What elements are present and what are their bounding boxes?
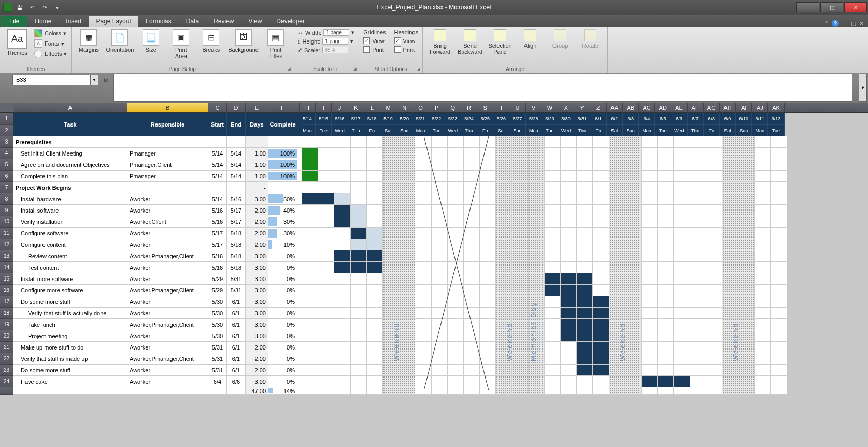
gantt-cell[interactable]	[415, 342, 431, 353]
gantt-cell[interactable]	[480, 262, 496, 273]
gantt-cell[interactable]	[383, 387, 399, 395]
gantt-cell[interactable]	[755, 193, 771, 205]
gantt-cell[interactable]	[658, 136, 674, 148]
gantt-cell[interactable]	[351, 330, 367, 342]
gantt-cell[interactable]	[755, 171, 771, 182]
gantt-cell[interactable]	[738, 239, 755, 250]
gantt-cell[interactable]	[545, 353, 561, 365]
row-header-12[interactable]: 12	[0, 239, 13, 250]
gantt-cell[interactable]	[415, 216, 431, 228]
gantt-cell[interactable]	[625, 308, 642, 319]
gantt-cell[interactable]	[415, 171, 431, 182]
gantt-cell[interactable]	[642, 376, 658, 387]
start-cell[interactable]: 5/16	[208, 250, 227, 262]
gantt-cell[interactable]	[302, 308, 318, 319]
gantt-cell[interactable]	[318, 239, 334, 250]
gantt-cell[interactable]	[512, 171, 528, 182]
doc-minimize-icon[interactable]: —	[842, 20, 848, 26]
start-cell[interactable]: 5/17	[208, 239, 227, 250]
row-header-25[interactable]	[0, 387, 13, 395]
gantt-cell[interactable]	[464, 273, 480, 285]
gantt-cell[interactable]	[706, 273, 722, 285]
gantt-cell[interactable]	[415, 330, 431, 342]
gantt-cell[interactable]	[415, 353, 431, 365]
gantt-cell[interactable]	[545, 216, 561, 228]
responsible-cell[interactable]: Aworker	[127, 239, 208, 250]
gantt-cell[interactable]	[593, 262, 609, 273]
gantt-cell[interactable]	[496, 376, 512, 387]
gantt-cell[interactable]	[577, 342, 593, 353]
gantt-cell[interactable]	[625, 148, 642, 159]
gantt-cell[interactable]	[432, 171, 448, 182]
gantt-cell[interactable]	[351, 205, 367, 216]
gantt-cell[interactable]	[415, 376, 431, 387]
gantt-cell[interactable]	[593, 342, 609, 353]
gantt-cell[interactable]	[334, 319, 350, 330]
days-cell[interactable]: 3.00	[246, 296, 268, 308]
gantt-cell[interactable]	[415, 228, 431, 239]
gantt-cell[interactable]	[351, 353, 367, 365]
gantt-cell[interactable]	[529, 365, 545, 376]
gantt-cell[interactable]	[625, 205, 642, 216]
gantt-cell[interactable]	[415, 148, 431, 159]
responsible-cell[interactable]: Aworker	[127, 228, 208, 239]
file-tab[interactable]: File	[1, 16, 27, 27]
gantt-cell[interactable]	[302, 387, 318, 395]
gantt-cell[interactable]	[415, 250, 431, 262]
gantt-cell[interactable]	[432, 387, 448, 395]
gantt-cell[interactable]	[334, 387, 350, 395]
gantt-cell[interactable]	[625, 273, 642, 285]
gantt-cell[interactable]	[512, 308, 528, 319]
gantt-cell[interactable]	[642, 319, 658, 330]
gantt-cell[interactable]	[577, 228, 593, 239]
gantt-cell[interactable]	[432, 319, 448, 330]
end-cell[interactable]: 6/1	[227, 319, 246, 330]
gantt-cell[interactable]	[399, 239, 415, 250]
responsible-cell[interactable]: Aworker,Client	[127, 216, 208, 228]
gantt-cell[interactable]	[738, 353, 755, 365]
gantt-cell[interactable]	[448, 136, 464, 148]
group-button[interactable]: Group	[547, 29, 573, 49]
gantt-cell[interactable]	[480, 308, 496, 319]
gantt-cell[interactable]	[561, 228, 577, 239]
gantt-cell[interactable]	[302, 193, 318, 205]
gantt-cell[interactable]	[367, 136, 383, 148]
gantt-cell[interactable]	[545, 285, 561, 296]
gantt-cell[interactable]	[625, 353, 642, 365]
end-cell[interactable]: 5/31	[227, 273, 246, 285]
gantt-cell[interactable]	[690, 353, 706, 365]
select-all-corner[interactable]	[0, 103, 13, 112]
orientation-button[interactable]: 📄Orientation	[106, 29, 134, 53]
gantt-cell[interactable]	[706, 308, 722, 319]
col-header-Y[interactable]: Y	[574, 103, 590, 112]
gantt-cell[interactable]	[674, 296, 690, 308]
days-cell[interactable]: 3.00	[246, 376, 268, 387]
complete-cell[interactable]: 30%	[268, 216, 297, 228]
gantt-cell[interactable]	[577, 296, 593, 308]
gantt-cell[interactable]	[448, 239, 464, 250]
complete-cell[interactable]: 0%	[268, 262, 297, 273]
gantt-cell[interactable]	[432, 159, 448, 171]
end-cell[interactable]	[227, 136, 246, 148]
gantt-cell[interactable]	[577, 319, 593, 330]
row-header-23[interactable]: 23	[0, 365, 13, 376]
row-header-20[interactable]: 20	[0, 330, 13, 342]
col-header-N[interactable]: N	[396, 103, 412, 112]
gantt-cell[interactable]	[399, 262, 415, 273]
gantt-cell[interactable]	[609, 365, 625, 376]
gantt-cell[interactable]	[577, 148, 593, 159]
gantt-cell[interactable]	[318, 365, 334, 376]
col-header-R[interactable]: R	[461, 103, 477, 112]
maximize-button[interactable]: ▢	[820, 2, 843, 12]
height-dropdown[interactable]: 1 page	[322, 38, 348, 45]
gantt-cell[interactable]	[351, 262, 367, 273]
gantt-cell[interactable]	[302, 205, 318, 216]
gantt-cell[interactable]	[432, 262, 448, 273]
gantt-cell[interactable]	[658, 216, 674, 228]
gantt-cell[interactable]	[738, 308, 755, 319]
gantt-cell[interactable]	[771, 353, 787, 365]
gantt-cell[interactable]	[706, 285, 722, 296]
gantt-cell[interactable]	[318, 273, 334, 285]
gantt-cell[interactable]	[351, 228, 367, 239]
selection-pane-button[interactable]: Selection Pane	[487, 29, 513, 55]
